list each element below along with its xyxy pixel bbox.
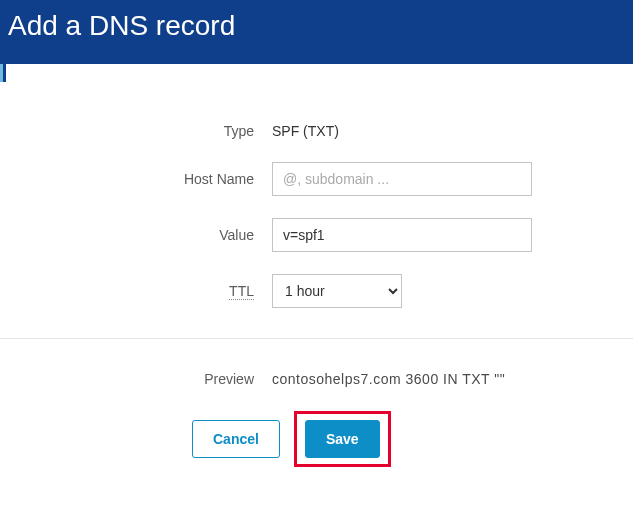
cancel-button[interactable]: Cancel xyxy=(192,420,280,458)
label-ttl: TTL xyxy=(0,283,272,299)
dns-form: Type SPF (TXT) Host Name Value TTL 1 hou… xyxy=(0,82,633,308)
row-type: Type SPF (TXT) xyxy=(0,122,633,140)
hostname-input[interactable] xyxy=(272,162,532,196)
ttl-select[interactable]: 1 hour xyxy=(272,274,402,308)
row-value: Value xyxy=(0,218,633,252)
label-preview: Preview xyxy=(0,371,272,387)
row-preview: Preview contosohelps7.com 3600 IN TXT "" xyxy=(0,339,633,387)
label-type: Type xyxy=(0,123,272,139)
button-row: Cancel Save xyxy=(0,411,633,467)
value-input[interactable] xyxy=(272,218,532,252)
row-hostname: Host Name xyxy=(0,162,633,196)
row-ttl: TTL 1 hour xyxy=(0,274,633,308)
preview-text: contosohelps7.com 3600 IN TXT "" xyxy=(272,371,505,387)
page-header: Add a DNS record xyxy=(0,0,633,64)
save-highlight-box: Save xyxy=(294,411,391,467)
save-button[interactable]: Save xyxy=(305,420,380,458)
type-value: SPF (TXT) xyxy=(272,123,339,139)
page-title: Add a DNS record xyxy=(8,10,235,41)
label-value: Value xyxy=(0,227,272,243)
header-accent xyxy=(0,64,6,82)
label-hostname: Host Name xyxy=(0,171,272,187)
